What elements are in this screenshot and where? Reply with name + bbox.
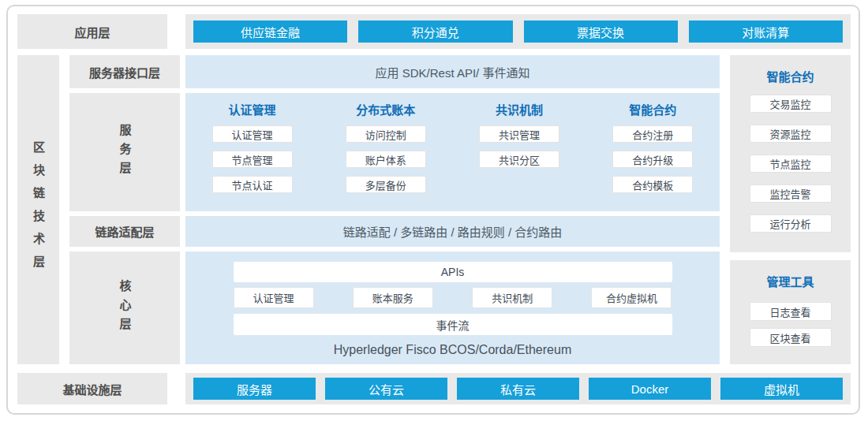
- block-resource-monitor: 资源监控: [750, 125, 832, 143]
- blockchain-tech-layer-label: 区块链技术层: [17, 55, 59, 364]
- block-node-management: 节点管理: [212, 151, 293, 168]
- service-column-consensus: 共识机制 共识管理 共识分区: [453, 93, 586, 211]
- monitor-panel-header: 智能合约: [766, 70, 814, 84]
- service-column-header: 智能合约: [629, 103, 676, 117]
- panel-smart-contract-monitor: 智能合约 交易监控 资源监控 节点监控 监控告警 运行分析: [730, 55, 851, 252]
- block-docker: Docker: [589, 378, 711, 400]
- infra-layer-label: 基础设施层: [17, 373, 167, 404]
- block-transaction-monitor: 交易监控: [750, 95, 832, 113]
- block-ledger-service: 账本服务: [353, 287, 433, 308]
- service-layer-label-text: 服务层: [117, 124, 133, 181]
- block-runtime-analysis: 运行分析: [750, 214, 832, 233]
- service-column-smart-contract: 智能合约 合约注册 合约升级 合约模板: [586, 93, 720, 211]
- app-layer-strip: 供应链金融 积分通兑 票据交换 对账清算: [185, 14, 851, 49]
- tools-panel-items: 日志查看 区块查看: [750, 302, 832, 347]
- block-contract-register: 合约注册: [612, 125, 693, 143]
- service-column-header: 认证管理: [229, 103, 276, 117]
- block-log-viewer: 日志查看: [750, 302, 832, 321]
- block-consensus-management: 共识管理: [479, 125, 559, 143]
- platforms-text: Hyperledger Fisco BCOS/Corda/Ethereum: [234, 343, 672, 357]
- core-layer-content: APIs 认证管理 账本服务 共识机制 合约虚拟机 事件流 Hyperledge…: [234, 262, 672, 357]
- block-core-consensus: 共识机制: [472, 287, 552, 308]
- block-access-control: 访问控制: [346, 125, 426, 143]
- service-column-ledger: 分布式账本 访问控制 账户体系 多层备份: [319, 93, 452, 211]
- service-column-auth: 认证管理 认证管理 节点管理 节点认证: [185, 93, 319, 211]
- service-layer-panel: 认证管理 认证管理 节点管理 节点认证 分布式账本 访问控制 账户体系 多层备份…: [185, 93, 720, 211]
- block-points-exchange: 积分通兑: [358, 20, 512, 43]
- core-layer-panel: APIs 认证管理 账本服务 共识机制 合约虚拟机 事件流 Hyperledge…: [185, 251, 720, 364]
- apis-bar: APIs: [234, 262, 672, 282]
- link-routing-bar: 链路适配 / 多链路由 / 路由规则 / 合约路由: [185, 216, 720, 247]
- block-auth-management: 认证管理: [212, 125, 293, 143]
- service-column-header: 分布式账本: [356, 103, 415, 117]
- block-contract-vm: 合约虚拟机: [591, 287, 672, 308]
- block-public-cloud: 公有云: [325, 378, 447, 400]
- block-block-viewer: 区块查看: [750, 328, 832, 347]
- block-consensus-partition: 共识分区: [479, 151, 559, 168]
- service-column-header: 共识机制: [496, 103, 543, 117]
- block-contract-template: 合约模板: [612, 176, 693, 193]
- block-reconciliation-clearing: 对账清算: [689, 20, 843, 43]
- sdk-api-bar: 应用 SDK/Rest API/ 事件通知: [185, 55, 720, 88]
- block-contract-upgrade: 合约升级: [612, 151, 693, 168]
- panel-management-tools: 管理工具 日志查看 区块查看: [730, 260, 851, 364]
- block-core-auth: 认证管理: [234, 287, 314, 308]
- interface-layer-label: 服务器接口层: [69, 55, 180, 88]
- event-stream-bar: 事件流: [234, 314, 672, 335]
- block-virtual-machine: 虚拟机: [720, 378, 843, 400]
- block-account-system: 账户体系: [346, 151, 426, 168]
- core-layer-label: 核心层: [69, 251, 180, 364]
- blockchain-tech-layer-text: 区块链技术层: [30, 141, 47, 278]
- link-adapt-layer-label: 链路适配层: [69, 216, 180, 247]
- block-node-monitor: 节点监控: [750, 155, 832, 173]
- block-bill-exchange: 票据交换: [524, 20, 678, 43]
- core-modules-row: 认证管理 账本服务 共识机制 合约虚拟机: [234, 287, 672, 308]
- block-private-cloud: 私有云: [457, 378, 579, 400]
- tools-panel-header: 管理工具: [766, 275, 814, 289]
- block-multilayer-backup: 多层备份: [346, 176, 426, 193]
- blockchain-architecture-diagram: 应用层 供应链金融 积分通兑 票据交换 对账清算 区块链技术层 服务器接口层 服…: [0, 0, 868, 421]
- block-node-auth: 节点认证: [212, 176, 293, 193]
- block-monitor-alert: 监控告警: [750, 184, 832, 203]
- core-layer-label-text: 核心层: [117, 280, 133, 337]
- infra-layer-strip: 服务器 公有云 私有云 Docker 虚拟机: [185, 373, 851, 404]
- app-layer-label: 应用层: [17, 14, 167, 49]
- service-layer-label: 服务层: [69, 93, 180, 211]
- monitor-panel-items: 交易监控 资源监控 节点监控 监控告警 运行分析: [750, 95, 832, 233]
- block-server: 服务器: [193, 378, 316, 400]
- block-supply-chain-finance: 供应链金融: [193, 20, 347, 43]
